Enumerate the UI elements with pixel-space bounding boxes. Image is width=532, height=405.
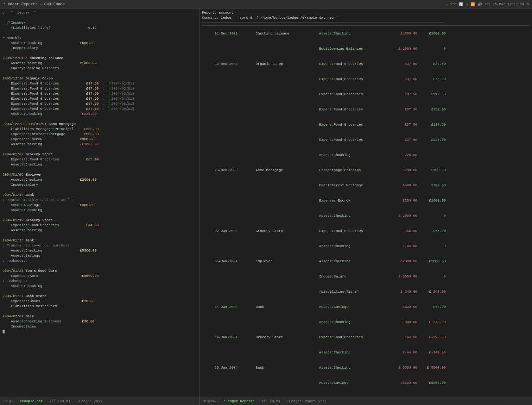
tx-grocery1-2: Assets:Checking	[3, 162, 197, 167]
tx-cars-2: Assets:Checking	[3, 284, 197, 289]
volume-icon[interactable]: 🔊	[478, 2, 482, 6]
report-row-3: 28-Dec-2003Acme MortgageLi:Mortgage:Prin…	[202, 163, 529, 178]
report-row-5b: Income:Salary£-2000.000	[202, 269, 529, 284]
tx-bank2-2: Assets:Savings	[3, 253, 197, 258]
tx-sale: 2004/02/01 Sale	[3, 314, 197, 319]
refresh-icon[interactable]: 🔄	[459, 2, 463, 6]
tx-employer: 2004/01/05 Employer	[3, 172, 197, 177]
report-row-6: 14-Jan-2004BankAssets:Savings£300.00£60.…	[202, 299, 529, 315]
auto-entry-line: = /*Income/	[3, 20, 197, 25]
report-row-5c: (Liabilities:Tithe)£-240.00£-240.00	[202, 284, 529, 299]
tx-bank1-2: Assets:Checking	[3, 208, 197, 213]
report-row-3b: Exp:Interest:Mortgage£500.00£700.00	[202, 178, 529, 193]
status-bar-right: -U:@%%-- *Ledger Report* All (4,0) (Ledg…	[200, 397, 532, 405]
report-row-5: 05-Jan-2004EmployerAssets:Checking£2000.…	[202, 254, 529, 269]
tx-mortgage-4: Assets:Checking -£1000.00	[3, 142, 197, 147]
cursor-line[interactable]: █	[3, 329, 197, 334]
tx-cars: 2004/01/25 Tom's Used Cars	[3, 268, 197, 273]
report-row-1b: Equi:Opening Balances£-1000.000	[202, 41, 529, 56]
tx-grocery2-2: Assets:Checking	[3, 228, 197, 233]
tx-grocery1: 2004/01/02 Grocery Store	[3, 152, 197, 157]
periodic-checking: Assets:Checking £500.00	[3, 40, 197, 46]
app-title: *Ledger Report* - GNU Emacs	[3, 2, 65, 7]
tx-bank2-comment: ; Transfer to cover car purchase	[3, 243, 197, 248]
tx-cars-1: Expenses:Auto £5500.00	[3, 273, 197, 278]
periodic-salary: Income:Salary	[3, 46, 197, 51]
weather-icon: ☁ 7°C	[446, 2, 456, 6]
blank-line-2	[3, 30, 197, 35]
blank-line-4	[3, 71, 197, 76]
status-bar-left: -U:@-- example.dat All (64,0) (Ledger ya…	[0, 397, 200, 405]
blank-line-1	[3, 15, 197, 20]
status-left-info: All (64,0)	[49, 399, 70, 403]
tx-organic-6: Expenses:Food:Groceries £37.50 ; [=2004/…	[3, 106, 197, 111]
tx-books-2: Liabilities:MasterCard	[3, 304, 197, 309]
tx-organic-5: Expenses:Food:Groceries £37.50 ; [=2004/…	[3, 101, 197, 106]
tx-checking-balance-2: Equity:Opening Balances	[3, 66, 197, 71]
report-row-2d: Expens:Food:Groceries£37.50£150.00	[202, 102, 529, 117]
report-row-2b: Expens:Food:Groceries£37.50£75.00	[202, 72, 529, 87]
tx-mortgage-1: Liabilities:Mortgage:Principal £200.00	[3, 127, 197, 132]
status-right-mode2: (Ledger Report yas)	[287, 399, 326, 403]
report-row-2c: Expens:Food:Groceries£37.50£112.50	[202, 87, 529, 102]
report-row-4b: Assets:Checking£-65.000	[202, 239, 529, 254]
file-header: ; -*- ledger -*-	[3, 10, 197, 15]
tx-mortgage-3: Expenses:Escrow £300.00	[3, 137, 197, 142]
blank-line-6	[3, 147, 197, 152]
report-row-3d: Assets:Checking£-1000.000	[202, 208, 529, 223]
title-bar-right: ☁ 7°C 🔄 ✉ 📶 🔊 Fri 15 Mar 17:11:19 ⚙	[446, 2, 529, 6]
report-label: Report: account	[202, 10, 529, 15]
tx-organic-4: Expenses:Food:Groceries £37.50 ; [=2004/…	[3, 96, 197, 101]
blank-line-11	[3, 263, 197, 268]
tx-employer-1: Assets:Checking £2000.00	[3, 177, 197, 182]
report-row-2f: Expens:Food:Groceries£37.50£225.00	[202, 132, 529, 147]
report-command: Command: ledger --sort d -f /home/borbus…	[202, 15, 529, 20]
tx-bank2-nobudget: ; :nobudget:	[3, 258, 197, 263]
tx-checking-balance-1: Assets:Checking £1000.00	[3, 61, 197, 66]
blank-line-13	[3, 309, 197, 314]
blank-line-5	[3, 116, 197, 122]
tx-grocery2: 2004/01/19 Grocery Store	[3, 218, 197, 223]
report-row-8b: Assets:Savings£5500.00£5260.00	[202, 375, 529, 390]
report-row-7b: Assets:Checking£-44.00£-240.00	[202, 345, 529, 360]
tx-bank1: 2004/01/14 Bank	[3, 192, 197, 197]
report-separator: ────────────────────────────────────────…	[202, 20, 529, 26]
status-right-mode: -U:@%%--	[202, 399, 219, 403]
network-icon[interactable]: 📶	[471, 2, 475, 6]
tx-checking-balance: 2003/12/01 * Checking balance	[3, 56, 197, 61]
report-row-2: 20-Dec-2003Organic Co-opExpens:Food:Groc…	[202, 56, 529, 72]
report-row-9: 25-Jan-2004Tom's Used CarsExpenses:Auto£…	[202, 390, 529, 397]
tx-books-1: Expenses:Books £20.00	[3, 299, 197, 304]
tx-grocery1-1: Expenses:Food:Groceries £65.00	[3, 157, 197, 162]
report-row-8: 25-Jan-2004BankAssets:Checking£-5500.00£…	[202, 360, 529, 375]
main-content: ; -*- ledger -*- = /*Income/ (Liabilitie…	[0, 9, 532, 397]
clock: Fri 15 Mar 17:11:19	[484, 3, 524, 6]
blank-line-12	[3, 289, 197, 294]
status-bar: -U:@-- example.dat All (64,0) (Ledger ya…	[0, 397, 532, 405]
tx-organic-7: Assets:Checking -£225.00	[3, 111, 197, 116]
tithe-line: (Liabilities:Tithe) 0.12	[3, 25, 197, 30]
blank-line-7	[3, 167, 197, 172]
report-row-1: 01-Dec-2003Checking balanceAssets:Checki…	[202, 26, 529, 41]
status-left-fill: ────────────────────────────────────────…	[103, 399, 197, 403]
tx-grocery2-1: Expenses:Food:Groceries £44.00	[3, 223, 197, 228]
right-pane: Report: account Command: ledger --sort d…	[200, 9, 532, 397]
status-right-info: All (4,0)	[262, 399, 280, 403]
report-row-2e: Expens:Food:Groceries£37.50£187.50	[202, 117, 529, 132]
tx-employer-2: Income:Salary	[3, 182, 197, 187]
tx-organic-2: Expenses:Food:Groceries £37.50 ; [=2004/…	[3, 86, 197, 91]
mail-icon[interactable]: ✉	[466, 2, 468, 6]
status-left-mode2: (Ledger yas)	[77, 399, 102, 403]
tx-organic-3: Expenses:Food:Groceries £37.50 ; [=2004/…	[3, 91, 197, 96]
left-pane[interactable]: ; -*- ledger -*- = /*Income/ (Liabilitie…	[0, 9, 200, 397]
tx-books: 2004/01/27 Book Store	[3, 294, 197, 299]
tx-bank2-1: Assets:Checking £5500.00	[3, 248, 197, 253]
report-row-6b: Assets:Checking£-300.00£-240.00	[202, 315, 529, 330]
report-row-2g: Assets:Checking£-225.00	[202, 147, 529, 163]
settings-icon[interactable]: ⚙	[527, 2, 529, 6]
status-left-mode: -U:@--	[3, 399, 15, 403]
tx-cars-nobudget: ; :nobudget:	[3, 278, 197, 284]
title-bar: *Ledger Report* - GNU Emacs ☁ 7°C 🔄 ✉ 📶 …	[0, 0, 532, 9]
report-row-7: 19-Jan-2004Grocery StoreExpens:Food:Groc…	[202, 330, 529, 345]
periodic-header: ~ Monthly	[3, 35, 197, 40]
